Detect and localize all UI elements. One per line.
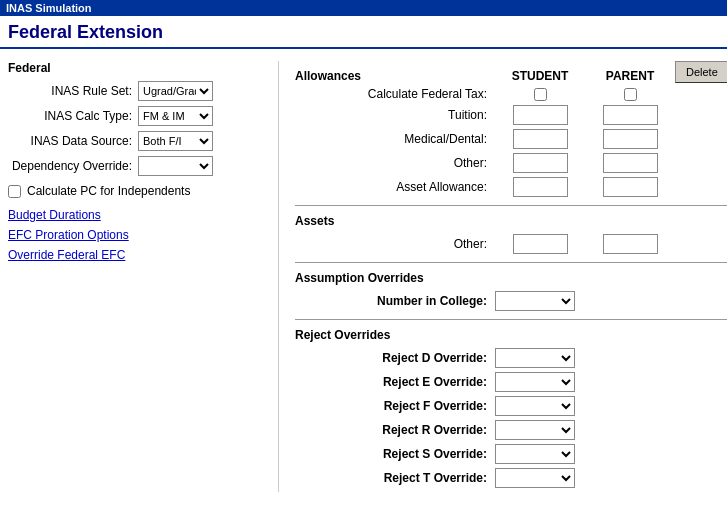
assets-other-student-input[interactable] [513,234,568,254]
reject-t-label: Reject T Override: [295,471,495,485]
medical-dental-student [495,129,585,149]
calc-federal-tax-label: Calculate Federal Tax: [295,87,495,101]
asset-allowance-student [495,177,585,197]
links-section: Budget Durations EFC Proration Options O… [8,208,262,262]
asset-allowance-parent-input[interactable] [603,177,658,197]
override-federal-efc-link[interactable]: Override Federal EFC [8,248,262,262]
page-title: Federal Extension [0,16,727,49]
inas-data-source-label: INAS Data Source: [8,134,138,148]
medical-dental-student-input[interactable] [513,129,568,149]
reject-f-row: Reject F Override: [295,396,727,416]
allowances-divider [295,205,727,206]
medical-dental-parent [585,129,675,149]
assumption-divider [295,319,727,320]
assets-other-label: Other: [295,237,495,251]
tuition-label: Tuition: [295,108,495,122]
reject-s-row: Reject S Override: [295,444,727,464]
title-bar: INAS Simulation [0,0,727,16]
reject-s-label: Reject S Override: [295,447,495,461]
allowances-other-student-input[interactable] [513,153,568,173]
assets-divider [295,262,727,263]
tuition-parent [585,105,675,125]
asset-allowance-student-input[interactable] [513,177,568,197]
medical-dental-label: Medical/Dental: [295,132,495,146]
efc-proration-link[interactable]: EFC Proration Options [8,228,262,242]
assets-section-label: Assets [295,214,727,228]
inas-rule-set-row: INAS Rule Set: Ugrad/Grad [8,81,262,101]
reject-d-row: Reject D Override: [295,348,727,368]
asset-allowance-parent [585,177,675,197]
tuition-parent-input[interactable] [603,105,658,125]
assets-other-parent [585,234,675,254]
reject-d-label: Reject D Override: [295,351,495,365]
main-content: Federal INAS Rule Set: Ugrad/Grad INAS C… [0,57,727,496]
asset-allowance-label: Asset Allowance: [295,180,495,194]
medical-dental-row: Medical/Dental: [295,129,727,149]
inas-data-source-select[interactable]: Both F/I [138,131,213,151]
inas-rule-set-label: INAS Rule Set: [8,84,138,98]
tuition-student-input[interactable] [513,105,568,125]
calc-pc-label: Calculate PC for Independents [27,184,190,198]
reject-e-row: Reject E Override: [295,372,727,392]
student-col-header: STUDENT [495,69,585,83]
assets-other-row: Other: [295,234,727,254]
assets-other-parent-input[interactable] [603,234,658,254]
allowances-header: Allowances STUDENT PARENT Delete [295,61,727,83]
number-in-college-label: Number in College: [295,294,495,308]
allowances-other-label: Other: [295,156,495,170]
right-panel: Allowances STUDENT PARENT Delete Calcula… [278,61,727,492]
dependency-override-row: Dependency Override: [8,156,262,176]
allowances-other-row: Other: [295,153,727,173]
reject-s-select[interactable] [495,444,575,464]
parent-col-header: PARENT [585,69,675,83]
reject-e-select[interactable] [495,372,575,392]
reject-d-select[interactable] [495,348,575,368]
inas-calc-type-label: INAS Calc Type: [8,109,138,123]
inas-data-source-row: INAS Data Source: Both F/I [8,131,262,151]
assumption-overrides-label: Assumption Overrides [295,271,727,285]
reject-overrides-label: Reject Overrides [295,328,727,342]
number-in-college-row: Number in College: [295,291,727,311]
reject-e-label: Reject E Override: [295,375,495,389]
dependency-override-select[interactable] [138,156,213,176]
dependency-override-label: Dependency Override: [8,159,138,173]
federal-section-label: Federal [8,61,262,75]
calc-federal-tax-parent-checkbox[interactable] [624,88,637,101]
delete-button[interactable]: Delete [675,61,727,83]
allowances-section-label: Allowances [295,69,495,83]
reject-f-select[interactable] [495,396,575,416]
calc-federal-tax-row: Calculate Federal Tax: [295,87,727,101]
reject-t-select[interactable] [495,468,575,488]
calc-pc-row: Calculate PC for Independents [8,184,262,198]
reject-f-label: Reject F Override: [295,399,495,413]
inas-calc-type-row: INAS Calc Type: FM & IM [8,106,262,126]
assets-other-student [495,234,585,254]
asset-allowance-row: Asset Allowance: [295,177,727,197]
budget-durations-link[interactable]: Budget Durations [8,208,262,222]
reject-r-label: Reject R Override: [295,423,495,437]
calc-federal-tax-parent [585,88,675,101]
calc-pc-checkbox[interactable] [8,185,21,198]
delete-button-container: Delete [675,61,727,83]
number-in-college-select[interactable] [495,291,575,311]
reject-t-row: Reject T Override: [295,468,727,488]
tuition-student [495,105,585,125]
title-bar-text: INAS Simulation [6,2,92,14]
inas-rule-set-select[interactable]: Ugrad/Grad [138,81,213,101]
allowances-other-student [495,153,585,173]
allowances-other-parent-input[interactable] [603,153,658,173]
reject-r-select[interactable] [495,420,575,440]
allowances-other-parent [585,153,675,173]
left-panel: Federal INAS Rule Set: Ugrad/Grad INAS C… [8,61,278,492]
calc-federal-tax-student-checkbox[interactable] [534,88,547,101]
tuition-row: Tuition: [295,105,727,125]
medical-dental-parent-input[interactable] [603,129,658,149]
inas-calc-type-select[interactable]: FM & IM [138,106,213,126]
calc-federal-tax-student [495,88,585,101]
reject-r-row: Reject R Override: [295,420,727,440]
